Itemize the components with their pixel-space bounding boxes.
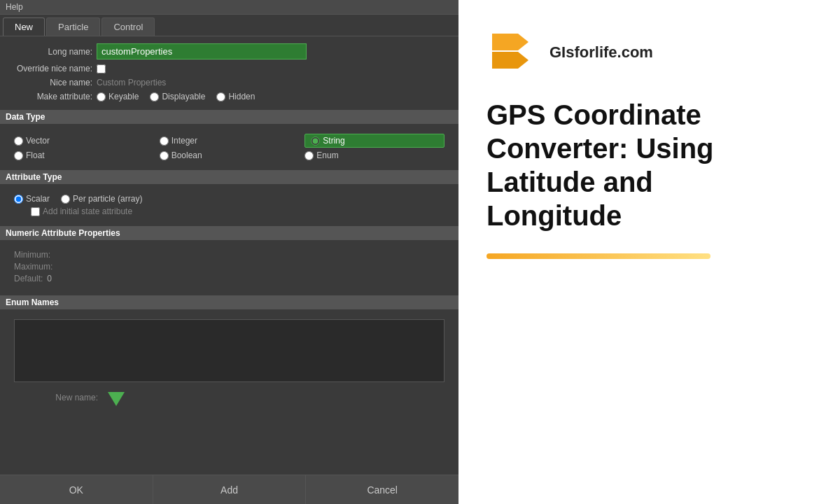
initial-state-row: Add initial state attribute — [31, 206, 444, 216]
nice-name-row: Nice name: Custom Properties — [8, 78, 450, 88]
new-name-label: New name: — [14, 393, 98, 402]
new-name-row: New name: — [14, 389, 444, 406]
attribute-type-header: Attribute Type — [0, 170, 458, 184]
heading-line1: GPS Coordinate — [486, 99, 701, 130]
per-particle-option[interactable]: Per particle (array) — [61, 194, 142, 204]
override-nice-name-row: Override nice name: — [8, 64, 450, 74]
long-name-row: Long name: — [8, 43, 450, 59]
override-nice-name-label: Override nice name: — [8, 64, 92, 74]
numeric-props-header: Numeric Attribute Properties — [0, 226, 458, 240]
enum-area: New name: — [8, 316, 450, 468]
hidden-option[interactable]: Hidden — [216, 92, 255, 102]
brand-name: GIsforlife.com — [550, 43, 653, 62]
override-nice-name-checkbox[interactable] — [97, 64, 106, 74]
left-panel: Help New Particle Control Long name: Ove… — [0, 0, 458, 504]
dt-vector[interactable]: Vector — [14, 134, 154, 148]
default-value: 0 — [47, 274, 52, 284]
nice-name-label: Nice name: — [8, 78, 92, 88]
main-heading: GPS Coordinate Converter: Using Latitude… — [486, 98, 714, 232]
bottom-buttons: OK Add Cancel — [0, 475, 458, 504]
tab-particle[interactable]: Particle — [46, 18, 100, 36]
attribute-type-area: Scalar Per particle (array) Add initial … — [8, 191, 450, 219]
enum-names-header: Enum Names — [0, 295, 458, 309]
default-row: Default: 0 — [14, 274, 444, 284]
yellow-bar — [486, 253, 710, 259]
cancel-button[interactable]: Cancel — [306, 475, 458, 504]
maximum-label: Maximum: — [14, 262, 52, 272]
long-name-input[interactable] — [97, 43, 307, 59]
heading-line2: Converter: Using — [486, 133, 714, 164]
maximum-row: Maximum: — [14, 262, 444, 272]
form-area: Long name: Override nice name: Nice name… — [0, 36, 458, 475]
right-panel: GIsforlife.com GPS Coordinate Converter:… — [458, 0, 840, 504]
default-label: Default: — [14, 274, 43, 284]
displayable-option[interactable]: Displayable — [150, 92, 205, 102]
tab-new[interactable]: New — [3, 18, 45, 36]
long-name-label: Long name: — [8, 47, 92, 57]
initial-state-checkbox[interactable] — [31, 207, 40, 216]
dt-float[interactable]: Float — [14, 150, 154, 160]
dt-integer[interactable]: Integer — [160, 134, 300, 148]
ok-button[interactable]: OK — [0, 475, 153, 504]
minimum-label: Minimum: — [14, 250, 50, 260]
dt-string[interactable]: String — [304, 134, 444, 148]
make-attribute-row: Make attribute: Keyable Displayable Hidd… — [8, 92, 450, 102]
help-label: Help — [6, 2, 23, 12]
scalar-option[interactable]: Scalar — [14, 194, 50, 204]
initial-state-label: Add initial state attribute — [43, 206, 132, 216]
heading-line4: Longitude — [486, 200, 622, 231]
heading-line3: Latitude and — [486, 167, 653, 197]
logo — [486, 28, 536, 77]
make-attribute-label: Make attribute: — [8, 92, 92, 102]
numeric-section: Minimum: Maximum: Default: 0 — [8, 247, 450, 288]
dt-boolean[interactable]: Boolean — [160, 150, 300, 160]
arrow-down-icon — [108, 392, 125, 406]
keyable-option[interactable]: Keyable — [97, 92, 139, 102]
data-type-header: Data Type — [0, 110, 458, 124]
tabs-row: New Particle Control — [0, 15, 458, 36]
tab-control[interactable]: Control — [102, 18, 155, 36]
make-attribute-options: Keyable Displayable Hidden — [97, 92, 255, 102]
enum-textarea[interactable] — [14, 319, 444, 382]
add-button[interactable]: Add — [153, 475, 307, 504]
minimum-row: Minimum: — [14, 250, 444, 260]
brand-row: GIsforlife.com — [486, 28, 653, 77]
help-bar: Help — [0, 0, 458, 15]
data-type-grid: Vector Integer String Float Boolean En — [8, 131, 450, 163]
nice-name-value: Custom Properties — [97, 78, 166, 88]
dt-enum[interactable]: Enum — [304, 150, 444, 160]
attr-options-row: Scalar Per particle (array) — [14, 194, 444, 204]
